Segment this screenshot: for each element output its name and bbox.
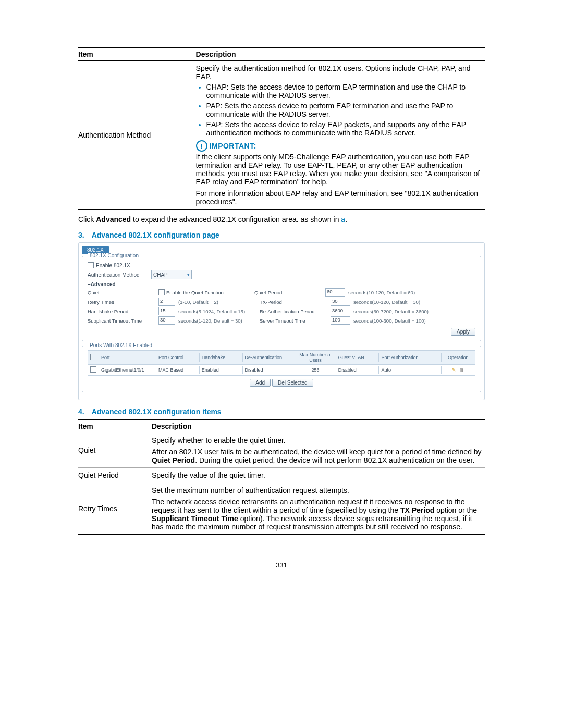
edit-icon[interactable]: ✎ <box>452 367 456 373</box>
td-desc: Specify the value of the quiet timer. <box>152 471 485 479</box>
row-checkbox[interactable] <box>90 366 96 373</box>
important-text-2: For more information about EAP relay and… <box>196 189 485 206</box>
th-item: Item <box>78 422 152 430</box>
ports-table-head: Port Port Control Handshake Re-Authentic… <box>88 350 475 365</box>
important-text-1: If the client supports only MD5-Challeng… <box>196 153 485 186</box>
adv-row-retry: Retry Times 2 (1-10, Default = 2) TX-Per… <box>88 298 475 306</box>
th-desc: Description <box>152 422 485 430</box>
apply-button[interactable]: Apply <box>451 328 475 336</box>
table-row: Authentication Method Specify the authen… <box>78 61 485 210</box>
ports-table-row: GigabitEthernet1/0/1 MAC Based Enabled D… <box>88 365 475 376</box>
td-desc: Set the maximum number of authentication… <box>152 486 485 531</box>
desc-bullets: CHAP: Sets the access device to perform … <box>206 83 485 137</box>
desc-intro: Specify the authentication method for 80… <box>196 64 485 81</box>
retry-times-input[interactable]: 2 <box>158 298 175 306</box>
select-all-checkbox[interactable] <box>90 354 96 360</box>
td-desc: Specify whether to enable the quiet time… <box>152 436 485 464</box>
tx-period-input[interactable]: 30 <box>331 298 350 306</box>
adv-row-quiet: Quiet Enable the Quiet Function Quiet-Pe… <box>88 288 475 297</box>
panel-title-2: Ports With 802.1X Enabled <box>88 342 154 348</box>
table-auth-method: Item Description Authentication Method S… <box>78 47 485 210</box>
th-desc: Description <box>196 50 485 58</box>
bullet-eap: EAP: Sets the access device to relay EAP… <box>206 120 485 137</box>
important-icon: ! <box>196 140 207 152</box>
table-adv-items: Item Description Quiet Specify whether t… <box>78 419 485 535</box>
section-3-heading: 3.Advanced 802.1X configuration page <box>78 231 485 239</box>
delete-icon[interactable]: 🗑 <box>459 367 464 373</box>
section-4-heading: 4.Advanced 802.1X configuration items <box>78 408 485 416</box>
advanced-toggle[interactable]: −Advanced <box>88 281 475 287</box>
td-desc: Specify the authentication method for 80… <box>196 64 485 206</box>
quiet-enable-checkbox[interactable] <box>158 289 165 295</box>
td-item: Retry Times <box>78 486 152 531</box>
th-item: Item <box>78 50 196 58</box>
page-number: 331 <box>78 561 485 569</box>
adv-row-supplicant: Supplicant Timeout Time 30 seconds(1-120… <box>88 316 475 325</box>
panel-8021x-config: 802.1X Configuration Enable 802.1X Authe… <box>82 256 481 341</box>
important-label: IMPORTANT: <box>210 142 256 150</box>
td-item: Authentication Method <box>78 64 196 206</box>
config-screenshot: 802.1X 802.1X Configuration Enable 802.1… <box>78 242 485 400</box>
click-advanced-para: Click Advanced to expand the advanced 80… <box>78 215 485 224</box>
document-page: Item Description Authentication Method S… <box>0 0 563 600</box>
td-item: Quiet <box>78 436 152 464</box>
enable-8021x-label: Enable 802.1X <box>96 263 130 268</box>
bullet-pap: PAP: Sets the access device to perform E… <box>206 102 485 118</box>
add-button[interactable]: Add <box>250 379 271 387</box>
tab-strip: 802.1X <box>82 246 481 254</box>
td-item: Quiet Period <box>78 471 152 479</box>
panel-ports-enabled: Ports With 802.1X Enabled Port Port Cont… <box>82 346 481 392</box>
auth-method-select[interactable]: CHAP ▾ <box>151 270 192 279</box>
table2-header: Item Description <box>78 419 485 433</box>
enable-8021x-checkbox[interactable] <box>88 262 94 268</box>
adv-row-handshake: Handshake Period 15 seconds(5-1024, Defa… <box>88 307 475 315</box>
del-selected-button[interactable]: Del Selected <box>272 379 313 387</box>
table-row: Quiet Specify whether to enable the quie… <box>78 433 485 468</box>
supplicant-timeout-input[interactable]: 30 <box>158 316 175 325</box>
reauth-period-input[interactable]: 3600 <box>331 307 350 315</box>
panel-title-1: 802.1X Configuration <box>88 253 141 258</box>
handshake-period-input[interactable]: 15 <box>158 307 175 315</box>
advanced-bold: Advanced <box>96 215 131 224</box>
chevron-down-icon: ▾ <box>187 272 190 277</box>
quiet-period-input[interactable]: 60 <box>325 288 345 297</box>
server-timeout-input[interactable]: 100 <box>331 316 350 325</box>
bullet-chap: CHAP: Sets the access device to perform … <box>206 83 485 100</box>
table-row: Retry Times Set the maximum number of au… <box>78 483 485 535</box>
table-header-row: Item Description <box>78 47 485 61</box>
auth-method-label: Authentication Method <box>88 272 149 278</box>
important-callout: ! IMPORTANT: <box>196 140 485 152</box>
link-a[interactable]: a <box>341 215 345 224</box>
table-row: Quiet Period Specify the value of the qu… <box>78 468 485 483</box>
